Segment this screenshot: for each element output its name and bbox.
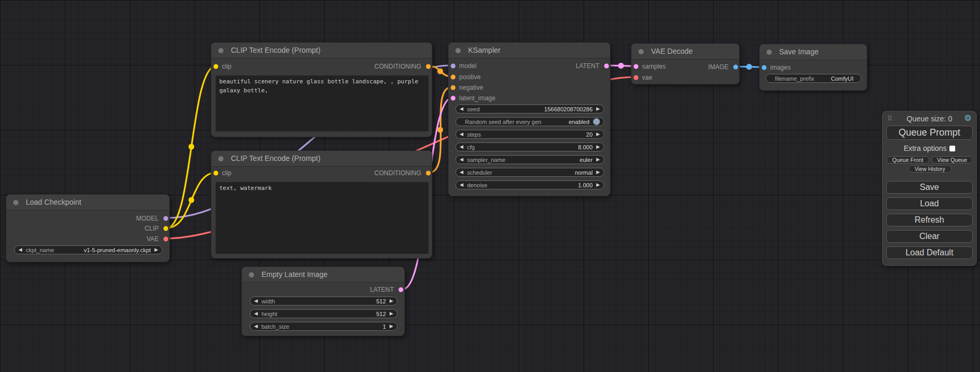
output-row-conditioning: CONDITIONING bbox=[211, 62, 432, 71]
decrement-arrow-icon[interactable]: ◀ bbox=[18, 247, 22, 252]
node-title-bar[interactable]: CLIP Text Encode (Prompt) bbox=[211, 151, 432, 167]
input-port-latent-image[interactable] bbox=[451, 96, 455, 101]
node-graph-canvas[interactable]: Load Checkpoint MODEL CLIP VAE ◀ ckpt_na… bbox=[0, 0, 980, 372]
decrement-arrow-icon[interactable]: ◀ bbox=[460, 183, 463, 187]
node-save-image[interactable]: Save Image images filename_prefix ComfyU… bbox=[759, 44, 867, 91]
output-port-conditioning[interactable] bbox=[426, 171, 431, 176]
output-port-vae[interactable] bbox=[163, 237, 168, 242]
width-widget[interactable]: ◀ width 512 ▶ bbox=[250, 297, 397, 306]
decrement-arrow-icon[interactable]: ◀ bbox=[460, 132, 463, 137]
steps-widget[interactable]: ◀ steps 20 ▶ bbox=[455, 130, 604, 139]
input-port-positive[interactable] bbox=[451, 75, 455, 80]
increment-arrow-icon[interactable]: ▶ bbox=[596, 107, 600, 111]
port-row: vae bbox=[632, 73, 739, 82]
view-queue-button[interactable]: View Queue bbox=[932, 156, 973, 164]
cfg-widget[interactable]: ◀ cfg 8.000 ▶ bbox=[455, 142, 604, 151]
increment-arrow-icon[interactable]: ▶ bbox=[390, 324, 393, 329]
increment-arrow-icon[interactable]: ▶ bbox=[596, 157, 600, 162]
node-ksampler[interactable]: KSampler model LATENT positive negative … bbox=[448, 42, 610, 196]
decrement-arrow-icon[interactable]: ◀ bbox=[460, 107, 463, 111]
increment-arrow-icon[interactable]: ▶ bbox=[596, 145, 600, 149]
save-button[interactable]: Save bbox=[886, 181, 973, 194]
output-row-image: IMAGE bbox=[632, 62, 739, 72]
output-port-latent[interactable] bbox=[604, 64, 609, 69]
node-empty-latent-image[interactable]: Empty Latent Image LATENT ◀ width 512 ▶ … bbox=[241, 266, 405, 336]
increment-arrow-icon[interactable]: ▶ bbox=[596, 170, 600, 175]
refresh-button[interactable]: Refresh bbox=[886, 214, 973, 226]
prompt-text-area[interactable]: text, watermark bbox=[216, 182, 429, 254]
node-title: Save Image bbox=[779, 47, 819, 56]
input-port-negative[interactable] bbox=[451, 85, 455, 90]
link-midpoint-dot bbox=[618, 63, 624, 69]
decrement-arrow-icon[interactable]: ◀ bbox=[460, 170, 463, 175]
filename-prefix-widget[interactable]: filename_prefix ComfyUI bbox=[765, 74, 861, 83]
decrement-arrow-icon[interactable]: ◀ bbox=[460, 145, 463, 149]
increment-arrow-icon[interactable]: ▶ bbox=[154, 247, 158, 252]
increment-arrow-icon[interactable]: ▶ bbox=[596, 183, 600, 187]
increment-arrow-icon[interactable]: ▶ bbox=[390, 311, 393, 316]
output-row-vae: VAE bbox=[6, 234, 169, 244]
node-title-bar[interactable]: Save Image bbox=[760, 44, 867, 60]
random-seed-toggle-widget[interactable]: Random seed after every gen enabled bbox=[455, 117, 604, 126]
view-history-button[interactable]: View History bbox=[908, 165, 952, 173]
queue-front-button[interactable]: Queue Front bbox=[886, 156, 929, 164]
node-title: KSampler bbox=[468, 46, 500, 54]
input-port-images[interactable] bbox=[762, 65, 766, 70]
node-clip-text-encode-positive[interactable]: CLIP Text Encode (Prompt) clip CONDITION… bbox=[211, 42, 432, 137]
link-midpoint-dot bbox=[189, 197, 195, 203]
output-port-image[interactable] bbox=[733, 65, 738, 70]
ckpt-name-widget[interactable]: ◀ ckpt_name v1-5-pruned-emaonly.ckpt ▶ bbox=[14, 245, 162, 254]
node-load-checkpoint[interactable]: Load Checkpoint MODEL CLIP VAE ◀ ckpt_na… bbox=[6, 194, 170, 262]
queue-prompt-button[interactable]: Queue Prompt bbox=[886, 126, 973, 140]
sampler-name-widget[interactable]: ◀ sampler_name euler ▶ bbox=[455, 155, 604, 164]
toggle-dot[interactable] bbox=[593, 118, 600, 125]
node-title-bar[interactable]: VAE Decode bbox=[632, 44, 739, 60]
load-button[interactable]: Load bbox=[886, 197, 973, 210]
clear-button[interactable]: Clear bbox=[886, 230, 973, 243]
denoise-widget[interactable]: ◀ denoise 1.000 ▶ bbox=[455, 180, 604, 189]
output-row-model: MODEL bbox=[6, 214, 169, 223]
increment-arrow-icon[interactable]: ▶ bbox=[596, 132, 600, 137]
output-port-model[interactable] bbox=[163, 216, 168, 221]
main-menu-panel: ⠿ Queue size: 0 ⚙ Queue Prompt Extra opt… bbox=[882, 111, 977, 266]
output-port-conditioning[interactable] bbox=[426, 64, 431, 69]
input-port-vae[interactable] bbox=[634, 75, 638, 80]
output-row-latent: LATENT bbox=[242, 285, 404, 294]
port-row: positive bbox=[449, 72, 610, 82]
increment-arrow-icon[interactable]: ▶ bbox=[390, 299, 393, 303]
output-port-latent[interactable] bbox=[399, 288, 403, 292]
node-title: Load Checkpoint bbox=[26, 198, 81, 206]
node-clip-text-encode-negative[interactable]: CLIP Text Encode (Prompt) clip CONDITION… bbox=[211, 150, 432, 259]
extra-options-checkbox[interactable] bbox=[949, 146, 955, 151]
node-title-bar[interactable]: CLIP Text Encode (Prompt) bbox=[211, 43, 432, 59]
node-status-dot bbox=[638, 49, 644, 54]
port-row: negative bbox=[449, 83, 610, 92]
widget-value: v1-5-pruned-emaonly.ckpt bbox=[54, 247, 151, 253]
settings-gear-icon[interactable]: ⚙ bbox=[964, 114, 972, 122]
extra-options-row: Extra options bbox=[882, 144, 976, 154]
node-title-bar[interactable]: Load Checkpoint bbox=[6, 195, 169, 211]
decrement-arrow-icon[interactable]: ◀ bbox=[254, 324, 258, 329]
decrement-arrow-icon[interactable]: ◀ bbox=[254, 299, 258, 303]
scheduler-widget[interactable]: ◀ scheduler normal ▶ bbox=[455, 168, 604, 177]
node-vae-decode[interactable]: VAE Decode samples IMAGE vae bbox=[631, 43, 740, 84]
decrement-arrow-icon[interactable]: ◀ bbox=[254, 311, 258, 316]
decrement-arrow-icon[interactable]: ◀ bbox=[460, 157, 463, 162]
prompt-text-area[interactable]: beautiful scenery nature glass bottle la… bbox=[216, 75, 429, 131]
link-midpoint-dot bbox=[438, 127, 443, 133]
batch-size-widget[interactable]: ◀ batch_size 1 ▶ bbox=[250, 322, 397, 331]
output-row-clip: CLIP bbox=[6, 224, 169, 233]
node-status-dot bbox=[13, 200, 18, 205]
node-title-bar[interactable]: KSampler bbox=[449, 43, 610, 59]
node-title: Empty Latent Image bbox=[261, 270, 327, 279]
node-status-dot bbox=[249, 272, 254, 278]
link-midpoint-dot bbox=[438, 69, 443, 74]
output-port-clip[interactable] bbox=[163, 226, 168, 231]
widget-label: ckpt_name bbox=[26, 247, 54, 253]
seed-widget[interactable]: ◀ seed 156680208700286 ▶ bbox=[455, 104, 604, 113]
node-title-bar[interactable]: Empty Latent Image bbox=[242, 267, 404, 283]
extra-options-label: Extra options bbox=[904, 144, 947, 152]
height-widget[interactable]: ◀ height 512 ▶ bbox=[250, 309, 397, 318]
node-status-dot bbox=[455, 48, 461, 53]
load-default-button[interactable]: Load Default bbox=[886, 246, 973, 259]
